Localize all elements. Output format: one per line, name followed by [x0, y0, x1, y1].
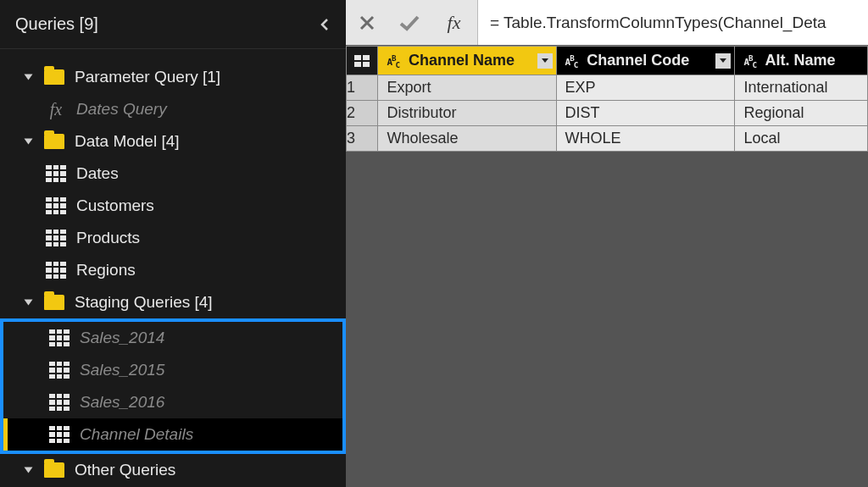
- cell[interactable]: Distributor: [378, 101, 556, 126]
- data-grid: ABC Channel Name ABC Channel Code ABC Al…: [346, 46, 868, 152]
- query-sales-2015[interactable]: Sales_2015: [3, 354, 342, 386]
- column-filter-button[interactable]: [537, 53, 553, 69]
- table-row[interactable]: 2 Distributor DIST Regional: [347, 101, 868, 126]
- query-sales-2014[interactable]: Sales_2014: [3, 322, 342, 354]
- queries-pane: Queries [9] Parameter Query [1] fx Dates…: [0, 0, 346, 487]
- folder-other-queries[interactable]: Other Queries: [0, 454, 346, 486]
- column-name: Alt. Name: [765, 52, 835, 69]
- query-label: Dates Query: [76, 100, 346, 119]
- folder-label: Staging Queries [4]: [75, 293, 346, 312]
- query-label: Sales_2014: [80, 329, 342, 347]
- folder-label: Parameter Query [1]: [75, 68, 346, 86]
- folder-icon: [42, 462, 66, 478]
- folder-staging-queries[interactable]: Staging Queries [4]: [0, 286, 346, 318]
- expand-arrow-icon[interactable]: [22, 298, 34, 307]
- table-corner-button[interactable]: [347, 47, 378, 75]
- query-products[interactable]: Products: [0, 222, 346, 254]
- fx-icon: fx: [44, 100, 68, 119]
- cell[interactable]: Regional: [735, 101, 868, 126]
- query-channel-details[interactable]: Channel Details: [3, 418, 342, 451]
- formula-input[interactable]: = Table.TransformColumnTypes(Channel_Det…: [478, 0, 868, 45]
- table-row[interactable]: 1 Export EXP International: [347, 75, 868, 101]
- column-header-channel-code[interactable]: ABC Channel Code: [556, 47, 735, 75]
- column-header-alt-name[interactable]: ABC Alt. Name: [735, 47, 868, 75]
- folder-icon: [42, 134, 66, 149]
- folder-icon: [42, 69, 66, 85]
- query-label: Regions: [76, 261, 346, 279]
- cell[interactable]: Local: [735, 126, 868, 152]
- query-label: Sales_2015: [80, 361, 342, 379]
- table-icon: [47, 329, 71, 346]
- query-customers[interactable]: Customers: [0, 190, 346, 222]
- table-icon: [44, 230, 68, 246]
- commit-formula-button[interactable]: [388, 0, 431, 45]
- row-number: 2: [347, 101, 378, 126]
- folder-label: Other Queries: [75, 461, 346, 479]
- cell[interactable]: Export: [378, 75, 556, 101]
- folder-label: Data Model [4]: [75, 132, 346, 151]
- table-icon: [47, 426, 71, 443]
- table-icon: [44, 262, 68, 279]
- table-row[interactable]: 3 Wholesale WHOLE Local: [347, 126, 868, 152]
- table-icon: [47, 394, 71, 411]
- preview-pane: fx = Table.TransformColumnTypes(Channel_…: [346, 0, 868, 487]
- query-label: Channel Details: [80, 425, 342, 444]
- query-sales-2016[interactable]: Sales_2016: [3, 386, 342, 418]
- cell[interactable]: EXP: [556, 75, 735, 101]
- expand-arrow-icon[interactable]: [22, 73, 34, 81]
- table-icon: [44, 165, 68, 182]
- folder-icon: [42, 295, 66, 310]
- query-regions[interactable]: Regions: [0, 254, 346, 286]
- queries-tree: Parameter Query [1] fx Dates Query Data …: [0, 49, 346, 487]
- column-filter-button[interactable]: [715, 53, 731, 69]
- cell[interactable]: WHOLE: [556, 126, 735, 152]
- column-name: Channel Name: [409, 52, 515, 69]
- collapse-pane-button[interactable]: [319, 19, 331, 30]
- text-type-icon: ABC: [743, 55, 756, 68]
- formula-bar: fx = Table.TransformColumnTypes(Channel_…: [346, 0, 868, 46]
- query-label: Products: [76, 229, 346, 247]
- fx-label[interactable]: fx: [431, 0, 478, 45]
- highlight-box: Sales_2014 Sales_2015 Sales_2016 Channel…: [0, 318, 346, 454]
- cell[interactable]: International: [735, 75, 868, 101]
- queries-title: Queries [9]: [15, 14, 98, 34]
- queries-header: Queries [9]: [0, 0, 346, 49]
- query-label: Dates: [76, 164, 346, 183]
- expand-arrow-icon[interactable]: [22, 466, 34, 474]
- column-name: Channel Code: [587, 52, 689, 69]
- text-type-icon: ABC: [387, 55, 399, 68]
- table-icon: [47, 362, 71, 379]
- query-label: Sales_2016: [80, 393, 342, 412]
- query-label: Customers: [76, 196, 346, 215]
- cancel-formula-button[interactable]: [346, 0, 388, 45]
- folder-parameter-query[interactable]: Parameter Query [1]: [0, 61, 346, 93]
- table-icon: [44, 197, 68, 214]
- query-dates[interactable]: Dates: [0, 158, 346, 190]
- text-type-icon: ABC: [565, 55, 578, 68]
- folder-data-model[interactable]: Data Model [4]: [0, 125, 346, 158]
- expand-arrow-icon[interactable]: [22, 137, 34, 146]
- row-number: 3: [347, 126, 378, 152]
- cell[interactable]: DIST: [556, 101, 735, 126]
- column-header-channel-name[interactable]: ABC Channel Name: [378, 47, 556, 75]
- cell[interactable]: Wholesale: [378, 126, 556, 152]
- row-number: 1: [347, 75, 378, 101]
- query-dates-query[interactable]: fx Dates Query: [0, 93, 346, 125]
